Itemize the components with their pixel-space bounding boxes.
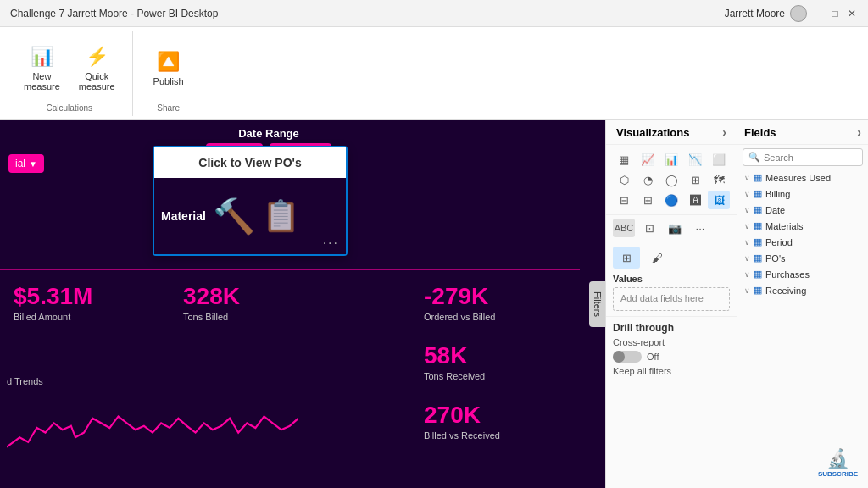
viz-panel-header: Visualizations ›: [606, 120, 737, 145]
toggle-off-label: Off: [647, 352, 659, 362]
kpi-ordered-vs-billed-value: -279K: [424, 283, 488, 310]
title-bar: Challenge 7 Jarrett Moore - Power BI Des…: [0, 0, 868, 27]
new-measure-icon: 📊: [31, 46, 53, 68]
kpi-tons-billed-label: Tons Billed: [183, 312, 228, 322]
document-icon: 📋: [262, 198, 300, 234]
fields-list: ∨ ▦ Measures Used ∨ ▦ Billing ∨ ▦ Date ∨…: [737, 169, 868, 298]
values-drop-zone[interactable]: Add data fields here: [613, 287, 730, 311]
values-grid-icon[interactable]: ⊞: [613, 247, 640, 269]
right-kpis: -279K Ordered vs Billed 58K Tons Receive…: [410, 273, 580, 451]
viz-pie[interactable]: ◔: [637, 170, 659, 189]
viz-azure-map[interactable]: 🔵: [660, 191, 682, 209]
field-label-receiving: Receiving: [765, 286, 806, 296]
field-label-materials: Materials: [765, 221, 804, 231]
quick-measure-label: Quickmeasure: [79, 71, 115, 92]
field-chevron-period: ∨: [744, 238, 750, 247]
viz-extra-1[interactable]: ABC: [613, 219, 635, 237]
search-box: 🔍: [743, 148, 863, 166]
field-date[interactable]: ∨ ▦ Date: [737, 202, 868, 218]
right-container: Visualizations › ▦ 📈 📊 📉 ⬜ ⬛ ▬ ⏬ ⬡ ◔ ◯ ⊞…: [605, 120, 868, 488]
field-label-date: Date: [765, 205, 785, 215]
viz-image[interactable]: 🖼: [708, 191, 730, 209]
search-icon: 🔍: [748, 152, 760, 163]
field-table-icon-materials: ▦: [754, 220, 762, 231]
viz-treemap[interactable]: ⊞: [684, 170, 706, 189]
view-pos-button[interactable]: Click to View PO's: [154, 147, 346, 178]
viz-table[interactable]: ⊟: [613, 191, 635, 209]
kpi-billed-amount: $5.31M Billed Amount: [0, 273, 170, 332]
fields-header-label: Fields: [744, 126, 776, 139]
trend-chart: [7, 390, 298, 466]
share-label: Share: [157, 103, 180, 113]
kpi-tons-received: 58K Tons Received: [410, 332, 580, 391]
field-materials[interactable]: ∨ ▦ Materials: [737, 218, 868, 234]
kpi-billed-amount-label: Billed Amount: [14, 312, 70, 322]
kpi-tons-billed: 328K Tons Billed: [170, 273, 339, 332]
field-period[interactable]: ∨ ▦ Period: [737, 234, 868, 250]
viz-stacked-bar[interactable]: ▦: [613, 150, 635, 169]
field-billing[interactable]: ∨ ▦ Billing: [737, 186, 868, 202]
values-paintbrush-icon[interactable]: 🖌: [643, 247, 670, 269]
calculations-group: 📊 Newmeasure ⚡ Quickmeasure Calculations: [7, 30, 133, 116]
minimize-button[interactable]: ─: [812, 8, 824, 19]
viz-extra-2[interactable]: ⊡: [638, 219, 660, 237]
viz-line-area[interactable]: 📈: [637, 150, 659, 169]
field-purchases[interactable]: ∨ ▦ Purchases: [737, 266, 868, 282]
field-measures-used[interactable]: ∨ ▦ Measures Used: [737, 169, 868, 186]
values-section: ⊞ 🖌 Values Add data fields here: [606, 241, 737, 317]
divider-line: [0, 269, 580, 270]
viz-expand-icon[interactable]: ›: [722, 125, 726, 139]
drill-cross-report-label: Cross-report: [613, 337, 730, 347]
viz-ellipsis[interactable]: ···: [689, 219, 711, 237]
fields-search-input[interactable]: [764, 152, 857, 163]
field-pos[interactable]: ∨ ▦ PO's: [737, 250, 868, 266]
viz-donut[interactable]: ◯: [660, 170, 682, 189]
quick-measure-button[interactable]: ⚡ Quickmeasure: [72, 42, 122, 95]
viz-bar[interactable]: 📊: [660, 150, 682, 169]
left-kpis: $5.31M Billed Amount: [0, 273, 170, 332]
viz-scatter[interactable]: ⬡: [613, 170, 635, 189]
field-chevron-purchases: ∨: [744, 270, 750, 279]
subscribe-label: SUBSCRIBE: [818, 470, 858, 478]
kpi-billed-amount-value: $5.31M: [14, 283, 92, 310]
field-table-icon-receiving: ▦: [754, 285, 762, 296]
viz-matrix[interactable]: ⊞: [637, 191, 659, 209]
viz-shape[interactable]: 🅰: [684, 191, 706, 209]
maximize-button[interactable]: □: [829, 8, 841, 19]
publish-button[interactable]: 🔼 Publish: [147, 47, 191, 90]
username: Jarrett Moore: [725, 8, 785, 19]
kpi-ordered-vs-billed-label: Ordered vs Billed: [424, 312, 495, 322]
field-table-icon-period: ▦: [754, 236, 762, 247]
popup-ellipsis[interactable]: ···: [323, 236, 339, 251]
hammer-icon: 🔨: [213, 197, 255, 236]
publish-label: Publish: [153, 76, 184, 86]
viz-combo[interactable]: ⬜: [708, 150, 730, 169]
viz-line[interactable]: 📉: [684, 150, 706, 169]
ribbon: 📊 Newmeasure ⚡ Quickmeasure Calculations…: [0, 27, 868, 120]
field-table-icon-billing: ▦: [754, 188, 762, 199]
material-dropdown[interactable]: ial ▼: [8, 154, 44, 173]
new-measure-label: Newmeasure: [24, 71, 60, 92]
field-receiving[interactable]: ∨ ▦ Receiving: [737, 282, 868, 298]
trends-section: d Trends: [0, 378, 288, 488]
toggle-thumb: [613, 351, 625, 363]
kpi-billed-vs-received-label: Billed vs Received: [424, 430, 500, 441]
field-chevron-date: ∨: [744, 206, 750, 214]
fields-expand-icon[interactable]: ›: [857, 125, 861, 139]
field-table-icon-purchases: ▦: [754, 269, 762, 280]
close-button[interactable]: ✕: [846, 8, 858, 19]
viz-icons-grid: ▦ 📈 📊 📉 ⬜ ⬛ ▬ ⏬ ⬡ ◔ ◯ ⊞ 🗺 ⊙ ▣ ⬆ ⊟ ⊞ 🔵 🅰: [606, 145, 737, 215]
new-measure-button[interactable]: 📊 Newmeasure: [17, 42, 67, 95]
fields-panel: Fields › 🔍 ∨ ▦ Measures Used ∨ ▦ Billing: [737, 120, 868, 488]
subscribe-button[interactable]: 🔬 SUBSCRIBE: [818, 448, 858, 478]
viz-map[interactable]: 🗺: [708, 170, 730, 189]
field-table-icon-date: ▦: [754, 204, 762, 215]
field-table-icon-pos: ▦: [754, 252, 762, 263]
field-label-purchases: Purchases: [765, 269, 810, 280]
field-label-measures-used: Measures Used: [765, 173, 831, 183]
viz-header-label: Visualizations: [616, 126, 689, 139]
viz-extra-3[interactable]: 📷: [664, 219, 686, 237]
cross-report-toggle[interactable]: [613, 351, 642, 363]
viz-panel: Visualizations › ▦ 📈 📊 📉 ⬜ ⬛ ▬ ⏬ ⬡ ◔ ◯ ⊞…: [605, 120, 737, 488]
filters-tab[interactable]: Filters: [589, 281, 605, 327]
